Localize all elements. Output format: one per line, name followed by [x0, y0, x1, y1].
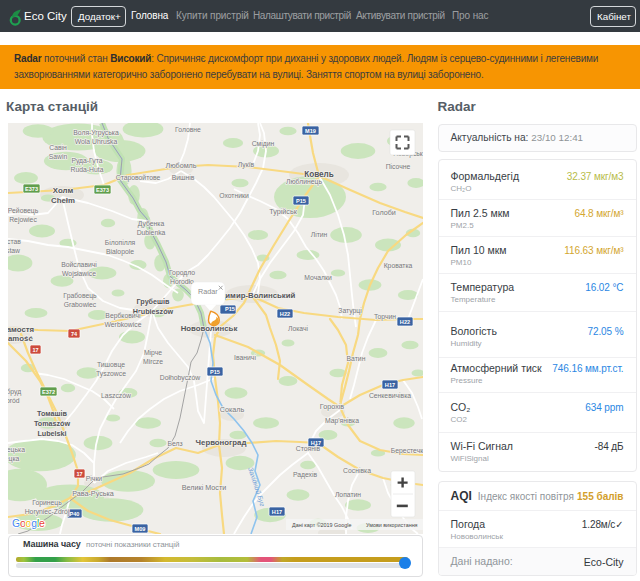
svg-text:Головне: Головне: [175, 126, 201, 133]
svg-text:Турійськ: Турійськ: [269, 207, 297, 216]
svg-text:Н22: Н22: [400, 318, 410, 324]
svg-text:ецка: ецка: [8, 455, 20, 463]
svg-text:Білопілля: Білопілля: [105, 239, 136, 246]
svg-text:Tyszowce: Tyszowce: [96, 370, 126, 378]
svg-text:Старовойтове: Старовойтове: [116, 174, 161, 182]
svg-text:Р15: Р15: [210, 368, 220, 374]
svg-text:17: 17: [76, 470, 82, 476]
svg-text:Кроватка: Кроватка: [384, 262, 413, 270]
svg-text:Любомль: Любомль: [165, 161, 196, 170]
svg-text:Грабовець: Грабовець: [63, 292, 97, 300]
svg-text:Laszczów: Laszczów: [101, 392, 131, 399]
svg-text:Horodło: Horodło: [170, 278, 194, 285]
svg-text:Е373: Е373: [96, 186, 109, 192]
svg-text:Н22: Н22: [280, 310, 290, 316]
svg-text:Соснівка: Соснівка: [343, 467, 371, 474]
svg-text:Руда-Гута: Руда-Гута: [71, 157, 102, 165]
svg-text:Холм: Холм: [53, 186, 74, 195]
svg-text:Іваничі: Іваничі: [234, 354, 256, 361]
svg-text:Werbkowice: Werbkowice: [105, 321, 142, 328]
svg-text:Radar: Radar: [198, 287, 218, 296]
svg-text:Люблинець: Люблинець: [286, 178, 322, 186]
svg-text:Е373: Е373: [25, 185, 38, 191]
svg-text:Лукїв: Лукїв: [238, 161, 255, 169]
svg-text:Охотники: Охотники: [219, 192, 249, 199]
svg-text:Тишовце: Тишовце: [97, 361, 125, 369]
svg-text:Н17: Н17: [272, 508, 282, 514]
svg-text:Wojsławice: Wojsławice: [62, 270, 96, 278]
svg-text:Пісочне: Пісочне: [386, 163, 411, 170]
svg-text:Дані карт ©2019 Google: Дані карт ©2019 Google: [292, 521, 352, 527]
svg-text:Ватин: Ватин: [347, 355, 366, 362]
svg-text:Рава-Руська: Рава-Руська: [72, 489, 114, 498]
svg-text:nobród: nobród: [8, 397, 20, 404]
svg-text:Червоноград: Червоноград: [196, 438, 247, 447]
svg-text:Берестечк: Берестечк: [391, 447, 423, 455]
svg-text:Chełm: Chełm: [51, 196, 75, 205]
svg-text:Wola Uhruska: Wola Uhruska: [75, 138, 118, 145]
svg-text:17: 17: [32, 346, 38, 352]
svg-text:Мірче: Мірче: [144, 349, 162, 357]
svg-text:Горинець: Горинець: [32, 499, 62, 507]
svg-text:Google: Google: [12, 517, 45, 529]
svg-text:Торчин: Торчин: [374, 313, 396, 321]
svg-text:Р40: Р40: [70, 510, 80, 516]
svg-text:staw: staw: [8, 247, 20, 254]
svg-text:Zamość: Zamość: [8, 334, 33, 343]
svg-text:Затурці: Затурці: [338, 307, 362, 315]
svg-text:нобруд: нобруд: [8, 388, 21, 396]
svg-text:Горохів: Горохів: [320, 402, 345, 411]
svg-text:Лопатин: Лопатин: [335, 491, 361, 498]
svg-text:Великі Мости: Великі Мости: [182, 483, 226, 492]
svg-text:Томашів: Томашів: [37, 409, 67, 418]
svg-text:Мар'янівка: Мар'янівка: [325, 417, 359, 425]
svg-text:Белз: Белз: [167, 440, 182, 447]
svg-text:Ruda-Huta: Ruda-Huta: [71, 166, 104, 173]
svg-text:Савін: Савін: [49, 144, 67, 151]
svg-text:Grabowiec: Grabowiec: [64, 301, 97, 308]
svg-text:Horyniec-Zdrój: Horyniec-Zdrój: [25, 508, 70, 516]
svg-text:Стоянів: Стоянів: [296, 445, 321, 452]
svg-text:Войславичі: Войславичі: [61, 261, 97, 268]
svg-text:Lubelski: Lubelski: [37, 429, 66, 438]
svg-text:Вербковичі: Вербковичі: [105, 312, 141, 320]
svg-text:Sawin: Sawin: [49, 153, 68, 160]
svg-text:Сенкевичівка: Сенкевичівка: [369, 392, 411, 399]
svg-text:Умови використання: Умови використання: [366, 521, 418, 527]
svg-text:Mircze: Mircze: [143, 358, 163, 365]
svg-text:Bialopole: Bialopole: [106, 248, 134, 256]
svg-text:М19: М19: [305, 127, 316, 133]
svg-text:Вишнів: Вишнів: [172, 174, 195, 181]
svg-text:Rejowiec: Rejowiec: [9, 216, 37, 224]
svg-text:Замостя: Замостя: [8, 325, 34, 334]
svg-text:74: 74: [71, 330, 78, 336]
svg-text:Радехів: Радехів: [293, 471, 318, 479]
svg-text:Р15: Р15: [225, 305, 235, 311]
svg-text:Е372: Е372: [42, 388, 55, 394]
svg-text:нецька: нецька: [8, 446, 25, 454]
svg-text:Воля-Угруська: Воля-Угруська: [73, 129, 119, 137]
svg-text:Локачі: Локачі: [288, 325, 309, 332]
svg-text:Річки: Річки: [86, 475, 103, 482]
svg-text:став: став: [8, 238, 21, 245]
svg-text:Мочалки: Мочалки: [304, 274, 332, 281]
svg-text:Tomaszów: Tomaszów: [34, 419, 71, 428]
svg-text:Р15: Р15: [296, 197, 306, 203]
svg-text:Нововолинськ: Нововолинськ: [181, 324, 238, 333]
svg-text:Сокаль: Сокаль: [220, 405, 245, 414]
svg-text:М09: М09: [135, 525, 146, 531]
svg-text:Голоби: Голоби: [372, 208, 396, 217]
svg-text:Грубешів: Грубешів: [137, 297, 171, 306]
svg-text:Н17: Н17: [385, 381, 395, 387]
svg-text:Смідин: Смідин: [252, 140, 275, 148]
svg-text:Dubienka: Dubienka: [137, 229, 166, 236]
svg-text:Dołhobyczów: Dołhobyczów: [160, 374, 201, 382]
svg-text:Рейовець: Рейовець: [8, 207, 39, 215]
svg-text:Літин: Літин: [311, 231, 328, 238]
svg-text:Городло: Городло: [169, 269, 195, 277]
svg-text:Дубенка: Дубенка: [138, 220, 165, 228]
